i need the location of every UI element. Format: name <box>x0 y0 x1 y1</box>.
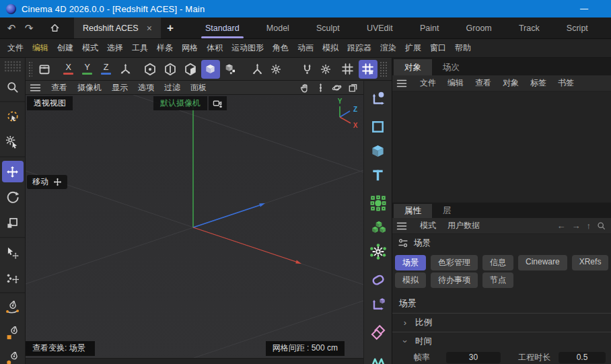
layout-tab[interactable]: Sculpt <box>310 17 347 38</box>
viewport-menu-item[interactable]: 过滤 <box>164 82 180 94</box>
quantize-settings-button[interactable] <box>318 60 333 79</box>
toolbar-drag-handle[interactable] <box>380 61 388 77</box>
spline-pen-tool-button[interactable] <box>2 297 24 318</box>
x-axis-lock-button[interactable]: X <box>60 60 77 79</box>
cloner-button[interactable] <box>367 192 390 215</box>
null-object-button[interactable] <box>367 87 390 110</box>
transform-tool-button[interactable] <box>2 242 24 263</box>
panel-tab[interactable]: 属性 <box>394 204 432 218</box>
make-editable-button[interactable] <box>34 60 55 79</box>
panel-menu-item[interactable]: 对象 <box>503 77 519 89</box>
workplane-axis-button[interactable] <box>367 293 390 316</box>
layout-tab[interactable]: Standard <box>199 17 246 38</box>
up-arrow-icon[interactable]: ↑ <box>587 221 591 231</box>
search-icon[interactable] <box>597 221 606 230</box>
multi-transform-tool-button[interactable] <box>2 267 24 289</box>
toolbar-drag-handle[interactable] <box>4 61 22 73</box>
new-tab-button[interactable]: + <box>161 17 180 38</box>
panel-menu-item[interactable]: 编辑 <box>447 77 464 89</box>
tab-close-icon[interactable]: × <box>147 23 152 34</box>
orbit-icon[interactable] <box>332 83 342 93</box>
deformer-button[interactable] <box>367 268 390 291</box>
menu-item[interactable]: 模拟 <box>322 42 338 54</box>
sketch-pen-tool-button[interactable] <box>2 322 24 344</box>
layout-tab[interactable]: Model <box>260 17 296 38</box>
menu-item[interactable]: 样条 <box>157 42 173 54</box>
object-mode-button[interactable] <box>221 60 240 79</box>
viewport-canvas[interactable]: 透视视图 默认摄像机 <box>26 95 363 358</box>
fields-button[interactable] <box>367 321 390 344</box>
panel-menu-item[interactable]: 查看 <box>475 77 491 89</box>
points-mode-button[interactable] <box>141 60 159 79</box>
viewport-menu-item[interactable]: 面板 <box>190 82 207 94</box>
group-scale[interactable]: › 比例 <box>392 314 611 332</box>
forward-arrow-icon[interactable]: → <box>572 221 581 231</box>
layout-tab[interactable]: Groom <box>460 17 499 38</box>
menu-item[interactable]: 渲染 <box>380 42 396 54</box>
panel-tab[interactable]: 场次 <box>432 59 470 75</box>
duration-field[interactable]: 0.5 <box>559 352 606 363</box>
menu-item[interactable]: 编辑 <box>32 42 48 54</box>
maximize-panel-icon[interactable] <box>348 83 358 93</box>
panel-menu-item[interactable]: 文件 <box>420 77 436 89</box>
group-time[interactable]: › 时间 <box>392 332 611 351</box>
menu-item[interactable]: 工具 <box>132 42 148 54</box>
panel-tab[interactable]: 对象 <box>394 59 432 75</box>
motext-button[interactable] <box>367 163 390 186</box>
modeling-axis-button[interactable] <box>248 60 267 79</box>
dolly-icon[interactable] <box>316 83 326 93</box>
undo-button[interactable]: ↶ <box>3 17 20 38</box>
viewport-menu-item[interactable]: 选项 <box>138 82 154 94</box>
viewport-menu-item[interactable]: 摄像机 <box>77 82 102 94</box>
menu-item[interactable]: 模式 <box>82 42 98 54</box>
partial-bottom-tool-button[interactable] <box>367 349 390 364</box>
section-tab[interactable]: 模拟 <box>395 272 426 288</box>
layout-tab[interactable]: Track <box>512 17 546 38</box>
camera-label[interactable]: 默认摄像机 <box>153 96 207 110</box>
model-mode-button[interactable] <box>201 60 220 79</box>
section-tab[interactable]: 信息 <box>482 255 513 270</box>
panel-tab[interactable]: 层 <box>432 204 462 218</box>
menu-item[interactable]: 角色 <box>273 42 289 54</box>
hamburger-icon[interactable] <box>30 83 41 92</box>
panel-menu-item[interactable]: 书签 <box>558 77 574 89</box>
panel-menu-item[interactable]: 用户数据 <box>447 220 480 231</box>
section-tab[interactable]: 待办事项 <box>431 272 478 288</box>
effector-button[interactable] <box>367 240 390 263</box>
view-label[interactable]: 透视视图 <box>27 96 73 110</box>
menu-item[interactable]: 窗口 <box>430 42 446 54</box>
section-tab[interactable]: 色彩管理 <box>431 255 478 270</box>
menu-item[interactable]: 网格 <box>182 42 198 54</box>
minimize-button[interactable]: — <box>575 4 593 13</box>
move-tool-button[interactable] <box>2 161 24 182</box>
framerate-field[interactable]: 30 <box>446 352 501 363</box>
layout-tab[interactable]: Script <box>560 17 595 38</box>
spline-shape-button[interactable] <box>367 115 390 138</box>
document-tab[interactable]: Redshift ACES × <box>74 17 161 38</box>
menu-item[interactable]: 动画 <box>297 42 314 54</box>
camera-swap-button[interactable] <box>209 96 227 110</box>
menu-item[interactable]: 选择 <box>107 42 123 54</box>
viewport-menu-item[interactable]: 显示 <box>112 82 128 94</box>
snap-toggle-button[interactable] <box>338 60 357 79</box>
menu-item[interactable]: 创建 <box>57 42 73 54</box>
menu-item[interactable]: 运动图形 <box>231 42 264 54</box>
panel-menu-item[interactable]: 模式 <box>420 220 436 231</box>
live-selection-tool-button[interactable] <box>2 106 24 127</box>
z-axis-lock-button[interactable]: Z <box>98 60 115 79</box>
edges-mode-button[interactable] <box>161 60 180 79</box>
toolbar-drag-handle[interactable] <box>28 61 32 77</box>
viewport-menu-item[interactable]: 查看 <box>51 82 67 94</box>
menu-item[interactable]: 帮助 <box>455 42 471 54</box>
redo-button[interactable]: ↷ <box>20 17 38 38</box>
scale-tool-button[interactable] <box>2 212 24 233</box>
hamburger-icon[interactable] <box>396 222 407 230</box>
axis-gizmo-lock-button[interactable] <box>116 60 135 79</box>
tweak-tool-button[interactable] <box>2 131 24 153</box>
rotate-tool-button[interactable] <box>2 186 24 208</box>
menu-item[interactable]: 扩展 <box>405 42 421 54</box>
pan-hand-icon[interactable] <box>299 83 310 93</box>
back-arrow-icon[interactable]: ← <box>557 221 566 231</box>
menu-item[interactable]: 文件 <box>7 42 24 54</box>
layout-tab[interactable]: UVEdit <box>360 17 400 38</box>
